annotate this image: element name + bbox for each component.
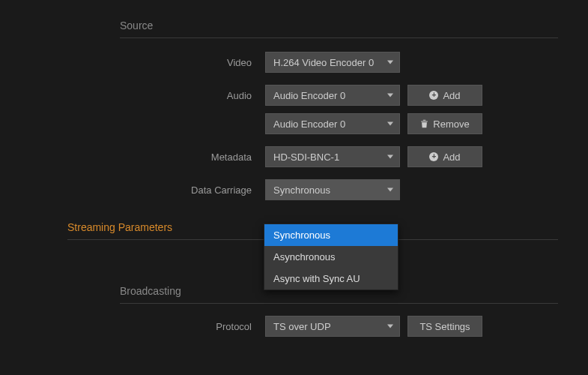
audio-select-1[interactable]: Audio Encoder 0 — [265, 85, 400, 106]
plus-icon: + — [429, 91, 438, 100]
row-audio-1: Audio Audio Encoder 0 + Add — [15, 85, 573, 106]
chevron-down-icon — [387, 155, 393, 159]
label-audio: Audio — [15, 90, 265, 101]
video-select[interactable]: H.264 Video Encoder 0 — [265, 52, 400, 73]
add-metadata-label: Add — [443, 152, 460, 163]
protocol-select-value: TS over UDP — [273, 321, 331, 332]
row-protocol: Protocol TS over UDP TS Settings — [15, 316, 573, 337]
remove-audio-label: Remove — [433, 118, 469, 130]
plus-icon: + — [429, 152, 438, 161]
dropdown-option-async-sync-au[interactable]: Async with Sync AU — [264, 268, 398, 290]
chevron-down-icon — [387, 122, 393, 126]
data-carriage-dropdown: Synchronous Asynchronous Async with Sync… — [264, 224, 398, 290]
trash-icon — [420, 119, 428, 128]
chevron-down-icon — [387, 188, 393, 192]
add-audio-label: Add — [443, 90, 460, 101]
chevron-down-icon — [387, 325, 393, 328]
ts-settings-button[interactable]: TS Settings — [407, 316, 482, 337]
row-audio-2: Audio Encoder 0 Remove — [15, 113, 573, 134]
row-video: Video H.264 Video Encoder 0 — [15, 52, 573, 73]
remove-audio-button[interactable]: Remove — [407, 113, 482, 134]
dropdown-option-asynchronous[interactable]: Asynchronous — [264, 246, 398, 268]
section-source-header: Source — [120, 15, 558, 38]
add-audio-button[interactable]: + Add — [407, 85, 482, 106]
dropdown-option-synchronous[interactable]: Synchronous — [264, 224, 398, 246]
row-data-carriage: Data Carriage Synchronous — [15, 179, 573, 200]
data-carriage-select-value: Synchronous — [273, 184, 330, 196]
audio-select-2-value: Audio Encoder 0 — [273, 118, 345, 130]
metadata-select-value: HD-SDI-BNC-1 — [273, 152, 339, 163]
audio-select-2[interactable]: Audio Encoder 0 — [265, 113, 400, 134]
data-carriage-select[interactable]: Synchronous — [265, 179, 400, 200]
metadata-select[interactable]: HD-SDI-BNC-1 — [265, 146, 400, 167]
video-select-value: H.264 Video Encoder 0 — [273, 57, 374, 68]
protocol-select[interactable]: TS over UDP — [265, 316, 400, 337]
chevron-down-icon — [387, 61, 393, 64]
label-video: Video — [15, 57, 265, 68]
label-metadata: Metadata — [15, 152, 265, 163]
chevron-down-icon — [387, 94, 393, 98]
ts-settings-label: TS Settings — [419, 321, 470, 332]
row-metadata: Metadata HD-SDI-BNC-1 + Add — [15, 146, 573, 167]
add-metadata-button[interactable]: + Add — [407, 146, 482, 167]
label-protocol: Protocol — [15, 321, 265, 332]
label-data-carriage: Data Carriage — [15, 184, 265, 196]
audio-select-1-value: Audio Encoder 0 — [273, 90, 345, 101]
settings-panel: Source Video H.264 Video Encoder 0 Audio… — [0, 0, 588, 359]
